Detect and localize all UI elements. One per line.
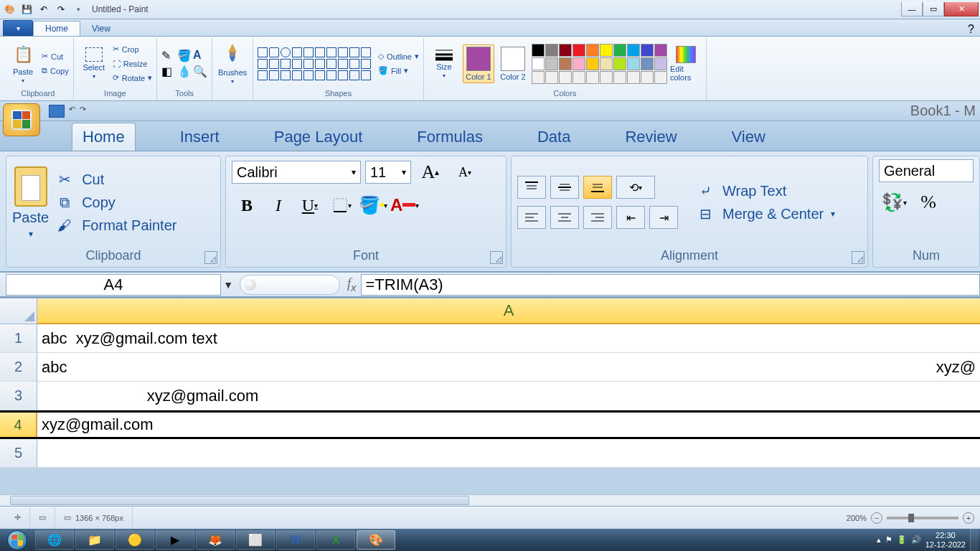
office-button[interactable] bbox=[3, 103, 40, 136]
excel-tab-data[interactable]: Data bbox=[527, 123, 580, 151]
clock-time[interactable]: 22:30 bbox=[925, 531, 966, 540]
taskbar-mediaplayer[interactable]: ▶ bbox=[156, 530, 194, 550]
palette-color[interactable] bbox=[586, 44, 599, 57]
zoom-slider[interactable] bbox=[887, 517, 958, 519]
save-icon[interactable] bbox=[49, 105, 65, 118]
align-top-button[interactable] bbox=[517, 176, 546, 199]
excel-tab-review[interactable]: Review bbox=[615, 123, 687, 151]
volume-icon[interactable]: 🔊 bbox=[911, 535, 921, 545]
palette-color[interactable] bbox=[627, 44, 640, 57]
formula-buttons[interactable] bbox=[240, 275, 340, 295]
shrink-font-button[interactable]: A▾ bbox=[450, 159, 480, 185]
bold-button[interactable]: B bbox=[232, 192, 262, 218]
excel-copy-button[interactable]: ⧉Copy bbox=[55, 194, 176, 211]
color2-button[interactable]: Color 2 bbox=[497, 47, 529, 81]
edit-colors-button[interactable]: Edit colors bbox=[670, 46, 702, 82]
font-size-select[interactable]: 11▾ bbox=[365, 161, 411, 184]
shape-outline-button[interactable]: ◇Outline ▾ bbox=[378, 50, 419, 64]
formula-input[interactable]: =TRIM(A3) bbox=[361, 274, 980, 296]
palette-color[interactable] bbox=[559, 57, 572, 70]
palette-color[interactable] bbox=[559, 71, 572, 84]
color-palette[interactable] bbox=[532, 44, 667, 84]
pencil-tool-icon[interactable]: ✎ bbox=[161, 49, 176, 63]
excel-tab-formulas[interactable]: Formulas bbox=[407, 123, 493, 151]
palette-color[interactable] bbox=[573, 44, 585, 57]
cell[interactable]: abcxyz@ bbox=[37, 353, 980, 381]
palette-color[interactable] bbox=[641, 44, 654, 57]
undo-icon[interactable]: ↶ bbox=[36, 2, 52, 17]
paste-button[interactable]: 📋 Paste ▾ bbox=[7, 43, 39, 84]
picker-tool-icon[interactable]: 💧 bbox=[177, 65, 192, 79]
font-launcher-icon[interactable]: ◿ bbox=[490, 251, 503, 264]
zoom-out-button[interactable]: − bbox=[871, 512, 882, 524]
chevron-down-icon[interactable]: ▼ bbox=[223, 279, 233, 291]
merge-center-button[interactable]: ⊟Merge & Center ▾ bbox=[695, 205, 835, 222]
palette-color[interactable] bbox=[654, 44, 667, 57]
excel-tab-view[interactable]: View bbox=[722, 123, 776, 151]
scrollbar-thumb[interactable] bbox=[10, 496, 469, 505]
orientation-button[interactable]: ⟲▾ bbox=[616, 176, 655, 199]
palette-color[interactable] bbox=[545, 57, 558, 70]
paint-horizontal-scrollbar[interactable] bbox=[0, 494, 980, 506]
grow-font-button[interactable]: A▴ bbox=[415, 159, 446, 185]
fill-color-button[interactable]: 🪣▾ bbox=[358, 192, 388, 218]
palette-color[interactable] bbox=[532, 57, 545, 70]
tab-view[interactable]: View bbox=[80, 22, 122, 36]
increase-indent-button[interactable]: ⇥ bbox=[649, 206, 678, 229]
close-button[interactable]: ✕ bbox=[944, 2, 979, 17]
select-all-corner[interactable] bbox=[0, 298, 37, 324]
select-button[interactable]: Select ▾ bbox=[78, 47, 110, 80]
redo-icon[interactable]: ↷ bbox=[80, 105, 86, 118]
brushes-button[interactable]: Brushes ▾ bbox=[217, 42, 248, 85]
italic-button[interactable]: I bbox=[263, 192, 293, 218]
excel-tab-page-layout[interactable]: Page Layout bbox=[264, 123, 373, 151]
wrap-text-button[interactable]: ⤶Wrap Text bbox=[695, 182, 835, 199]
palette-color[interactable] bbox=[613, 44, 626, 57]
palette-color[interactable] bbox=[573, 57, 585, 70]
decrease-indent-button[interactable]: ⇤ bbox=[616, 206, 645, 229]
cell[interactable] bbox=[37, 439, 980, 467]
taskbar-chrome[interactable]: 🟡 bbox=[116, 530, 154, 550]
file-menu-button[interactable]: ▾ bbox=[3, 20, 33, 36]
save-icon[interactable]: 💾 bbox=[19, 2, 34, 17]
palette-color[interactable] bbox=[600, 44, 613, 57]
spreadsheet-grid[interactable]: A 1abc xyz@gmail.com text2abcxyz@3 xyz@g… bbox=[0, 298, 980, 468]
qat-customize-icon[interactable]: ▾ bbox=[70, 2, 86, 17]
excel-tab-home[interactable]: Home bbox=[72, 123, 136, 151]
row-header[interactable]: 1 bbox=[0, 324, 37, 352]
eraser-tool-icon[interactable]: ◧ bbox=[161, 65, 176, 79]
palette-color[interactable] bbox=[532, 71, 545, 84]
palette-color[interactable] bbox=[600, 57, 613, 70]
name-box[interactable]: A4▼ bbox=[6, 274, 221, 296]
palette-color[interactable] bbox=[613, 71, 626, 84]
palette-color[interactable] bbox=[613, 57, 626, 70]
number-format-select[interactable]: General bbox=[879, 159, 974, 182]
palette-color[interactable] bbox=[600, 71, 613, 84]
cell[interactable]: abc xyz@gmail.com text bbox=[37, 324, 980, 352]
taskbar-excel[interactable]: X bbox=[316, 530, 355, 550]
row-header[interactable]: 2 bbox=[0, 353, 37, 381]
taskbar-paint[interactable]: 🎨 bbox=[357, 530, 395, 550]
palette-color[interactable] bbox=[586, 71, 599, 84]
resize-button[interactable]: ⛶Resize bbox=[113, 57, 152, 71]
column-header-A[interactable]: A bbox=[37, 298, 980, 324]
taskbar-explorer[interactable]: 📁 bbox=[75, 530, 114, 550]
zoom-in-button[interactable]: + bbox=[963, 512, 974, 524]
undo-icon[interactable]: ↶ bbox=[69, 105, 75, 118]
minimize-button[interactable]: — bbox=[901, 2, 923, 17]
redo-icon[interactable]: ↷ bbox=[53, 2, 69, 17]
palette-color[interactable] bbox=[586, 57, 599, 70]
text-tool-icon[interactable]: A bbox=[193, 49, 207, 63]
align-center-button[interactable] bbox=[550, 206, 579, 229]
taskbar-word[interactable]: W bbox=[276, 530, 315, 550]
palette-color[interactable] bbox=[641, 71, 654, 84]
paint-canvas[interactable]: ↶ ↷ Book1 - M HomeInsertPage LayoutFormu… bbox=[0, 101, 980, 506]
palette-color[interactable] bbox=[627, 57, 640, 70]
border-button[interactable]: ▾ bbox=[326, 192, 357, 218]
tray-expand-icon[interactable]: ▴ bbox=[877, 535, 881, 545]
cell[interactable]: xyz@gmail.com bbox=[37, 382, 980, 410]
font-family-select[interactable]: Calibri▾ bbox=[232, 161, 361, 184]
format-painter-button[interactable]: 🖌Format Painter bbox=[55, 217, 176, 234]
cut-button[interactable]: ✂Cut bbox=[42, 50, 69, 64]
palette-color[interactable] bbox=[573, 71, 585, 84]
